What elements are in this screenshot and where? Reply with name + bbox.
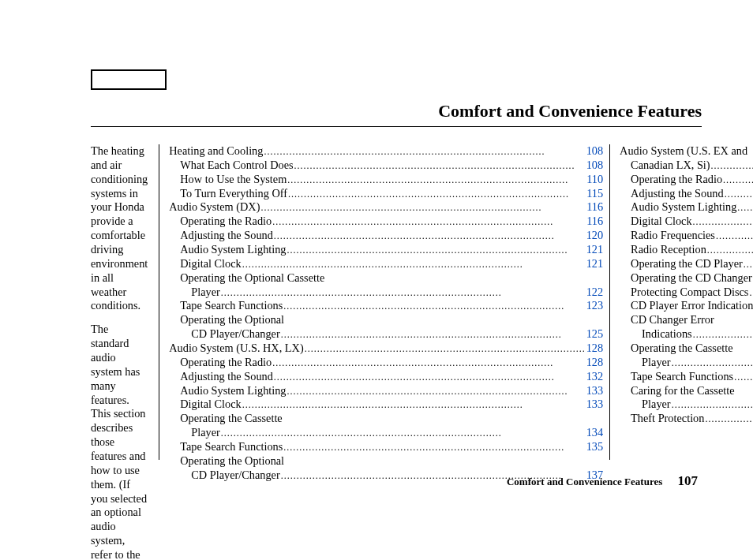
toc-dots [273,230,586,242]
toc-label: CD Changer Error [620,313,714,327]
toc-dots [724,189,753,200]
toc-dots [287,386,586,398]
toc-page-link[interactable]: 122 [586,286,603,300]
toc-label: Operating the CD Changer [620,271,752,286]
toc-dots [242,259,586,271]
toc-dots [242,399,586,411]
toc-entry: Audio System Lighting 121 [169,243,603,257]
toc-dots [733,371,753,383]
toc-page-link[interactable]: 121 [586,257,603,271]
toc-dots [671,357,753,369]
toc-label: Audio System Lighting [169,243,286,257]
toc-entry: Audio System Lighting 145 [620,200,753,215]
toc-label: Audio System Lighting [169,384,286,398]
toc-entry: Operating the Radio 128 [169,356,603,370]
intro-paragraph-2: The standard audio system has many featu… [91,323,148,560]
toc-page-link[interactable]: 134 [586,426,603,440]
toc-label: Indications [620,327,692,342]
toc-page-link[interactable]: 125 [586,327,603,342]
toc-entry: Operating the Cassette [620,342,753,356]
toc-page-link[interactable]: 108 [586,144,603,159]
toc-label: Player [620,398,671,412]
toc-label: Digital Clock [169,398,241,412]
toc-entry: Tape Search Functions 123 [169,299,603,313]
toc-dots [283,442,586,454]
intro-paragraph-1: The heating and air conditioning systems… [91,144,148,313]
toc-label: CD Player/Changer [169,469,279,483]
toc-entry: Player 155 [620,356,753,370]
toc-page-link[interactable]: 116 [586,215,603,229]
toc-label: Player [169,286,220,300]
toc-entry: Audio System (DX) 116 [169,200,603,215]
toc-dots [722,174,753,186]
toc-label: Digital Clock [620,215,691,229]
toc-page-link[interactable]: 132 [586,370,603,384]
toc-label: Operating the Optional Cassette [169,271,324,286]
toc-entry: What Each Control Does 108 [169,159,603,173]
toc-page-link[interactable]: 128 [586,342,603,356]
toc-entry: Operating the Optional [169,454,603,469]
toc-entry: Tape Search Functions 135 [169,440,603,454]
toc-entry: Operating the CD Player 149 [620,257,753,271]
toc-page-link[interactable]: 115 [586,187,603,201]
toc-label: Radio Reception [620,243,706,257]
toc-page-link[interactable]: 135 [586,440,603,454]
toc-entry: Operating the Radio 140 [620,173,753,187]
column-separator [609,144,610,460]
toc-dots [272,357,586,369]
toc-dots [736,202,753,214]
toc-dots [715,230,753,242]
intro-column: The heating and air conditioning systems… [91,144,159,560]
toc-label: Tape Search Functions [169,440,283,454]
toc-page-link[interactable]: 133 [586,384,603,398]
toc-label: Tape Search Functions [620,370,733,384]
toc-label: Protecting Compact Discs [620,286,748,300]
toc-label: Operating the CD Player [620,257,743,271]
toc-entry: Player 134 [169,426,603,440]
toc-label: Audio System Lighting [620,200,736,215]
toc-label: Theft Protection [620,412,704,426]
toc-container: Heating and Cooling 108What Each Control… [169,144,753,560]
toc-label: What Each Control Does [169,159,293,173]
toc-label: Audio System (U.S. EX and [620,144,747,159]
main-content: The heating and air conditioning systems… [91,144,702,560]
toc-label: Adjusting the Sound [169,229,273,243]
toc-label: Operating the Optional [169,454,284,469]
toc-dots [743,259,753,271]
toc-dots [706,245,753,256]
toc-dots [283,301,586,312]
toc-label: CD Player Error Indications [620,299,753,313]
toc-page-link[interactable]: 120 [586,229,603,243]
toc-label: Player [620,356,671,370]
toc-entry: CD Player Error Indications 153 [620,299,753,313]
toc-page-link[interactable]: 110 [586,173,603,187]
toc-dots [692,216,753,228]
toc-page-link[interactable]: 121 [586,243,603,257]
toc-dots [273,371,586,383]
toc-dots [272,216,586,228]
toc-entry: Digital Clock 145 [620,215,753,229]
toc-page-link[interactable]: 133 [586,398,603,412]
toc-page-link[interactable]: 123 [586,299,603,313]
toc-entry: Audio System (U.S. HX, LX) 128 [169,342,603,356]
toc-entry: Player 122 [169,286,603,300]
toc-entry: Digital Clock 121 [169,257,603,271]
toc-entry: Audio System Lighting 133 [169,384,603,398]
toc-label: CD Player/Changer [169,327,279,342]
toc-page-link[interactable]: 116 [586,200,603,215]
toc-label: Operating the Radio [620,173,722,187]
toc-entry: Player 158 [620,398,753,412]
toc-label: Operating the Optional [169,313,284,327]
toc-dots [294,160,586,172]
toc-label: Adjusting the Sound [620,187,724,201]
toc-entry: Adjusting the Sound 144 [620,187,753,201]
toc-label: How to Use the System [169,173,287,187]
column-separator [159,144,159,460]
toc-dots [671,399,753,411]
toc-entry: Tape Search Functions 156 [620,370,753,384]
toc-page-link[interactable]: 108 [586,159,603,173]
toc-page-link[interactable]: 128 [586,356,603,370]
toc-entry: Heating and Cooling 108 [169,144,603,159]
toc-label: Operating the Cassette [620,342,732,356]
toc-entry: Operating the Optional Cassette [169,271,603,286]
